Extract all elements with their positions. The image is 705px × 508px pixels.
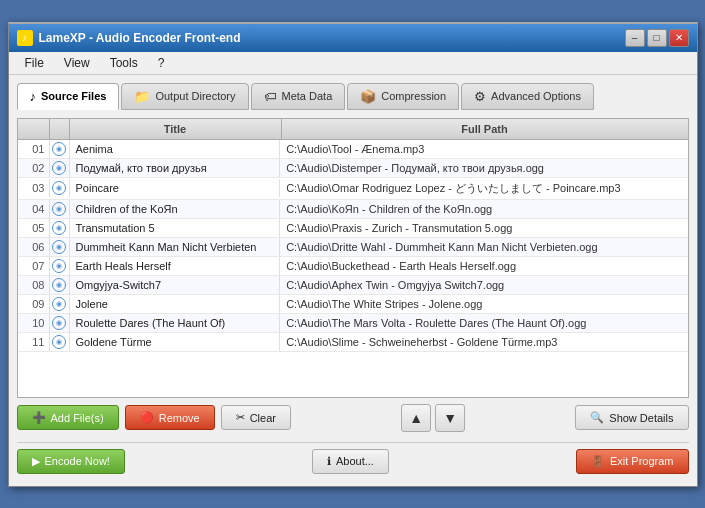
row-icon: ◉ <box>50 179 70 197</box>
audio-icon: ◉ <box>52 221 66 235</box>
row-title: Aenima <box>70 140 281 158</box>
table-row[interactable]: 04 ◉ Children of the KoЯn C:\Audio\KoЯn … <box>18 200 688 219</box>
about-icon: ℹ <box>327 455 331 468</box>
move-up-button[interactable]: ▲ <box>401 404 431 432</box>
main-content: ♪ Source Files 📁 Output Directory 🏷 Meta… <box>9 75 697 486</box>
row-icon: ◉ <box>50 257 70 275</box>
row-path: C:\Audio\KoЯn - Children of the KoЯn.ogg <box>280 200 687 218</box>
advanced-tab-label: Advanced Options <box>491 90 581 102</box>
audio-icon: ◉ <box>52 278 66 292</box>
exit-program-button[interactable]: 🚪 Exit Program <box>576 449 689 474</box>
move-down-button[interactable]: ▼ <box>435 404 465 432</box>
row-path: C:\Audio\Praxis - Zurich - Transmutation… <box>280 219 687 237</box>
row-num: 03 <box>18 179 50 197</box>
row-icon: ◉ <box>50 314 70 332</box>
row-path: C:\Audio\Aphex Twin - Omgyjya Switch7.og… <box>280 276 687 294</box>
row-num: 09 <box>18 295 50 313</box>
menu-file[interactable]: File <box>17 54 52 72</box>
table-row[interactable]: 10 ◉ Roulette Dares (The Haunt Of) C:\Au… <box>18 314 688 333</box>
audio-icon: ◉ <box>52 181 66 195</box>
row-icon: ◉ <box>50 238 70 256</box>
menu-help[interactable]: ? <box>150 54 173 72</box>
table-row[interactable]: 06 ◉ Dummheit Kann Man Nicht Verbieten C… <box>18 238 688 257</box>
row-num: 07 <box>18 257 50 275</box>
row-icon: ◉ <box>50 295 70 313</box>
audio-icon: ◉ <box>52 259 66 273</box>
table-row[interactable]: 02 ◉ Подумай, кто твои друзья C:\Audio\D… <box>18 159 688 178</box>
minimize-button[interactable]: – <box>625 29 645 47</box>
about-button[interactable]: ℹ About... <box>312 449 389 474</box>
advanced-tab-icon: ⚙ <box>474 89 486 104</box>
add-icon: ➕ <box>32 411 46 424</box>
close-button[interactable]: ✕ <box>669 29 689 47</box>
row-title: Earth Heals Herself <box>70 257 281 275</box>
row-title: Dummheit Kann Man Nicht Verbieten <box>70 238 281 256</box>
row-icon: ◉ <box>50 219 70 237</box>
audio-icon: ◉ <box>52 316 66 330</box>
window-title: LameXP - Audio Encoder Front-end <box>39 31 241 45</box>
col-path: Full Path <box>282 119 688 139</box>
show-details-button[interactable]: 🔍 Show Details <box>575 405 688 430</box>
maximize-button[interactable]: □ <box>647 29 667 47</box>
menu-bar: File View Tools ? <box>9 52 697 75</box>
row-title: Jolene <box>70 295 281 313</box>
row-num: 01 <box>18 140 50 158</box>
remove-button[interactable]: 🔴 Remove <box>125 405 215 430</box>
encode-icon: ▶ <box>32 455 40 468</box>
tab-meta-data[interactable]: 🏷 Meta Data <box>251 83 346 110</box>
row-path: C:\Audio\Slime - Schweineherbst - Golden… <box>280 333 687 351</box>
source-files-tab-label: Source Files <box>41 90 106 102</box>
row-path: C:\Audio\Distemper - Подумай, кто твои д… <box>280 159 687 177</box>
row-icon: ◉ <box>50 200 70 218</box>
row-num: 11 <box>18 333 50 351</box>
app-icon: ♪ <box>17 30 33 46</box>
arrow-buttons: ▲ ▼ <box>401 404 465 432</box>
col-icon <box>50 119 70 139</box>
row-num: 08 <box>18 276 50 294</box>
encode-now-button[interactable]: ▶ Encode Now! <box>17 449 125 474</box>
row-num: 04 <box>18 200 50 218</box>
table-row[interactable]: 09 ◉ Jolene C:\Audio\The White Stripes -… <box>18 295 688 314</box>
add-files-button[interactable]: ➕ Add File(s) <box>17 405 119 430</box>
title-bar: ♪ LameXP - Audio Encoder Front-end – □ ✕ <box>9 24 697 52</box>
tab-advanced-options[interactable]: ⚙ Advanced Options <box>461 83 594 110</box>
tab-compression[interactable]: 📦 Compression <box>347 83 459 110</box>
menu-view[interactable]: View <box>56 54 98 72</box>
compression-tab-label: Compression <box>381 90 446 102</box>
menu-tools[interactable]: Tools <box>102 54 146 72</box>
row-path: C:\Audio\The Mars Volta - Roulette Dares… <box>280 314 687 332</box>
table-row[interactable]: 08 ◉ Omgyjya-Switch7 C:\Audio\Aphex Twin… <box>18 276 688 295</box>
table-row[interactable]: 03 ◉ Poincare C:\Audio\Omar Rodriguez Lo… <box>18 178 688 200</box>
clear-button[interactable]: ✂ Clear <box>221 405 291 430</box>
col-num <box>18 119 50 139</box>
main-window: ♪ LameXP - Audio Encoder Front-end – □ ✕… <box>8 22 698 487</box>
row-icon: ◉ <box>50 276 70 294</box>
table-row[interactable]: 11 ◉ Goldene Türme C:\Audio\Slime - Schw… <box>18 333 688 352</box>
row-num: 02 <box>18 159 50 177</box>
remove-icon: 🔴 <box>140 411 154 424</box>
row-title: Roulette Dares (The Haunt Of) <box>70 314 281 332</box>
exit-icon: 🚪 <box>591 455 605 468</box>
bottom-bar: ▶ Encode Now! ℹ About... 🚪 Exit Program <box>17 442 689 478</box>
row-title: Transmutation 5 <box>70 219 281 237</box>
audio-icon: ◉ <box>52 202 66 216</box>
row-title: Poincare <box>70 179 281 197</box>
meta-data-tab-label: Meta Data <box>282 90 333 102</box>
button-bar: ➕ Add File(s) 🔴 Remove ✂ Clear ▲ ▼ 🔍 Sho… <box>17 398 689 438</box>
show-details-icon: 🔍 <box>590 411 604 424</box>
tab-source-files[interactable]: ♪ Source Files <box>17 83 120 110</box>
row-title: Omgyjya-Switch7 <box>70 276 281 294</box>
title-bar-left: ♪ LameXP - Audio Encoder Front-end <box>17 30 241 46</box>
table-row[interactable]: 07 ◉ Earth Heals Herself C:\Audio\Bucket… <box>18 257 688 276</box>
row-path: C:\Audio\Buckethead - Earth Heals Hersel… <box>280 257 687 275</box>
tab-output-directory[interactable]: 📁 Output Directory <box>121 83 248 110</box>
source-files-tab-icon: ♪ <box>30 89 37 104</box>
audio-icon: ◉ <box>52 161 66 175</box>
title-controls: – □ ✕ <box>625 29 689 47</box>
tab-bar: ♪ Source Files 📁 Output Directory 🏷 Meta… <box>17 83 689 110</box>
col-title: Title <box>70 119 282 139</box>
row-num: 10 <box>18 314 50 332</box>
output-dir-tab-label: Output Directory <box>155 90 235 102</box>
table-row[interactable]: 05 ◉ Transmutation 5 C:\Audio\Praxis - Z… <box>18 219 688 238</box>
table-row[interactable]: 01 ◉ Aenima C:\Audio\Tool - Ænema.mp3 <box>18 140 688 159</box>
